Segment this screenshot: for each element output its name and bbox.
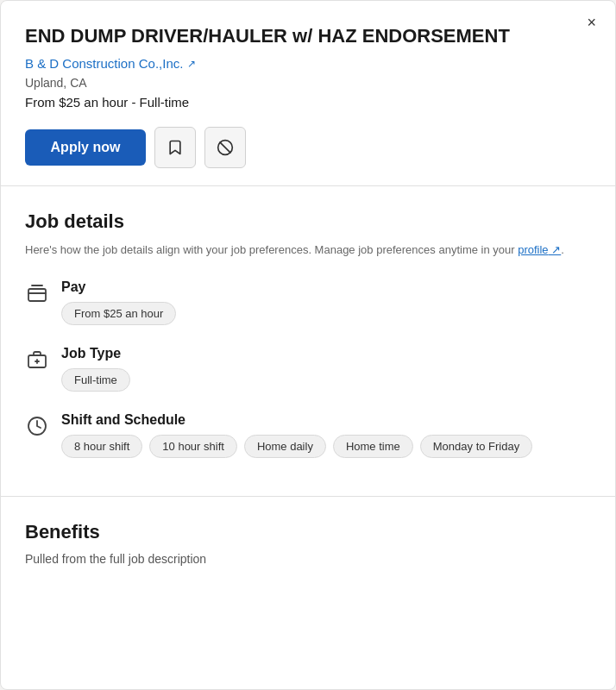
block-icon — [217, 139, 234, 156]
external-link-icon: ↗ — [187, 58, 196, 70]
header-section: END DUMP DRIVER/HAULER w/ HAZ ENDORSEMEN… — [1, 1, 615, 186]
benefits-section: Benefits Pulled from the full job descri… — [1, 497, 615, 583]
svg-line-1 — [220, 142, 230, 153]
bookmark-icon — [167, 139, 184, 156]
job-type-content: Job Type Full-time — [61, 346, 591, 392]
shift-icon — [25, 414, 49, 438]
apply-now-button[interactable]: Apply now — [25, 129, 146, 166]
bookmark-button[interactable] — [154, 127, 196, 168]
shift-tags: 8 hour shift 10 hour shift Home daily Ho… — [61, 435, 591, 458]
pay-item: Pay From $25 an hour — [25, 279, 591, 325]
pay-icon — [25, 281, 49, 305]
benefits-subtitle: Pulled from the full job description — [25, 552, 591, 566]
job-type-tags: Full-time — [61, 368, 591, 392]
job-details-subtitle: Here's how the job details align with yo… — [25, 242, 591, 259]
pay-content: Pay From $25 an hour — [61, 279, 591, 325]
action-buttons: Apply now — [25, 127, 591, 168]
company-name: B & D Construction Co.,Inc. — [25, 56, 183, 71]
job-details-title: Job details — [25, 210, 591, 233]
company-link[interactable]: B & D Construction Co.,Inc. ↗ — [25, 56, 196, 71]
job-type-item: Job Type Full-time — [25, 346, 591, 392]
job-details-section: Job details Here's how the job details a… — [1, 186, 615, 497]
shift-tag-0: 8 hour shift — [61, 435, 142, 458]
shift-tag-1: 10 hour shift — [149, 435, 237, 458]
shift-tag-2: Home daily — [244, 435, 326, 458]
location: Upland, CA — [25, 76, 591, 90]
job-type-tag-0: Full-time — [61, 368, 130, 392]
pay-tag-0: From $25 an hour — [61, 302, 176, 325]
shift-label: Shift and Schedule — [61, 412, 591, 428]
benefits-title: Benefits — [25, 521, 591, 543]
salary-type: From $25 an hour - Full-time — [25, 95, 591, 110]
shift-tag-3: Home time — [333, 435, 413, 458]
job-card: × END DUMP DRIVER/HAULER w/ HAZ ENDORSEM… — [0, 0, 616, 690]
pay-tags: From $25 an hour — [61, 302, 591, 325]
profile-link[interactable]: profile ↗ — [518, 243, 561, 256]
job-type-icon — [25, 348, 49, 372]
close-button[interactable]: × — [581, 13, 601, 32]
job-title: END DUMP DRIVER/HAULER w/ HAZ ENDORSEMEN… — [25, 25, 591, 47]
shift-tag-4: Monday to Friday — [420, 435, 532, 458]
shift-schedule-item: Shift and Schedule 8 hour shift 10 hour … — [25, 412, 591, 458]
pay-label: Pay — [61, 279, 591, 295]
shift-content: Shift and Schedule 8 hour shift 10 hour … — [61, 412, 591, 458]
job-type-label: Job Type — [61, 346, 591, 361]
svg-rect-2 — [28, 289, 46, 301]
block-button[interactable] — [204, 127, 246, 168]
